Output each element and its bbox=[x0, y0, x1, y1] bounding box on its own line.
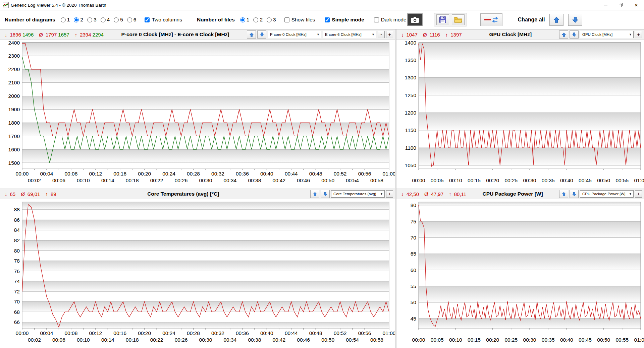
dark-mode-checkbox-input[interactable] bbox=[374, 17, 379, 22]
diagram-count-option-2-input[interactable] bbox=[74, 17, 79, 22]
stat-avg-icon: Ø bbox=[424, 191, 428, 197]
chart-stat-max: ↑1397 bbox=[445, 32, 462, 38]
chart-header-controls: GPU Clock [MHz]▼+ bbox=[559, 30, 642, 39]
chart-plot[interactable]: 807570656055504500:0000:0500:1000:1500:2… bbox=[396, 199, 644, 348]
chart-up-button[interactable] bbox=[559, 30, 568, 39]
chart-stat-avg: Ø17971657 bbox=[39, 32, 69, 38]
svg-text:00:04: 00:04 bbox=[40, 330, 53, 336]
chart-plot[interactable]: 2400230022002100200019001800170016001500… bbox=[0, 40, 395, 189]
two-columns-checkbox-input[interactable] bbox=[145, 17, 150, 22]
chart-plot[interactable]: 1400135013001250120011501100105000:0000:… bbox=[396, 40, 644, 189]
arrow-up-icon bbox=[553, 16, 560, 23]
svg-text:00:20: 00:20 bbox=[486, 178, 499, 183]
minimize-button[interactable] bbox=[598, 0, 613, 10]
change-all-down-button[interactable] bbox=[568, 14, 582, 26]
svg-text:00:22: 00:22 bbox=[150, 337, 163, 343]
save-floppy-icon bbox=[439, 16, 446, 23]
file-count-option-2-input[interactable] bbox=[253, 17, 258, 22]
chart-stats: ↓16961496Ø17971657↑23942294 bbox=[5, 32, 104, 38]
chart-add-series-button[interactable]: + bbox=[386, 190, 393, 198]
chart-add-series-button[interactable]: + bbox=[635, 190, 642, 198]
two-columns-label: Two columns bbox=[152, 17, 182, 23]
show-files-checkbox[interactable]: Show files bbox=[285, 17, 315, 23]
diagram-count-option-2[interactable]: 2 bbox=[74, 17, 83, 23]
chart-signal-select[interactable]: GPU Clock [MHz]▼ bbox=[580, 31, 634, 38]
files-count-label: Number of files bbox=[197, 17, 235, 23]
chart-up-button[interactable] bbox=[247, 30, 256, 39]
svg-text:00:32: 00:32 bbox=[211, 330, 224, 336]
chart-add-series-button[interactable]: + bbox=[386, 31, 393, 38]
diagram-count-option-3-input[interactable] bbox=[87, 17, 92, 22]
svg-text:00:24: 00:24 bbox=[162, 330, 175, 336]
chart-signal-select[interactable]: P-core 0 Clock [MHz]▼ bbox=[268, 31, 321, 38]
svg-text:00:02: 00:02 bbox=[28, 337, 41, 343]
arrow-down-icon bbox=[572, 16, 579, 23]
chart-signal-select[interactable]: CPU Package Power [W]▼ bbox=[580, 190, 634, 198]
file-count-option-3-input[interactable] bbox=[267, 17, 272, 22]
svg-text:1200: 1200 bbox=[405, 110, 417, 116]
chart-signal-select[interactable]: Core Temperatures (avg)▼ bbox=[331, 190, 385, 198]
chart-down-button[interactable] bbox=[570, 190, 579, 198]
diagram-count-option-6-input[interactable] bbox=[127, 17, 132, 22]
diagram-count-option-6[interactable]: 6 bbox=[127, 17, 137, 23]
file-count-option-2-label: 2 bbox=[260, 17, 263, 23]
svg-text:00:44: 00:44 bbox=[285, 171, 298, 177]
svg-text:00:52: 00:52 bbox=[334, 330, 347, 336]
arrow-up-icon bbox=[313, 192, 317, 197]
stat-min-icon: ↓ bbox=[5, 191, 7, 197]
stat-avg-icon: Ø bbox=[39, 32, 43, 38]
arrow-up-icon bbox=[561, 192, 566, 197]
file-count-option-3[interactable]: 3 bbox=[267, 17, 276, 23]
line-style-refresh-button[interactable] bbox=[480, 13, 502, 26]
arrow-down-icon bbox=[260, 32, 264, 37]
show-files-checkbox-input[interactable] bbox=[284, 17, 289, 22]
chart-up-button[interactable] bbox=[559, 190, 568, 198]
simple-mode-checkbox[interactable]: Simple mode bbox=[325, 17, 364, 23]
svg-text:1700: 1700 bbox=[8, 133, 20, 139]
chart-remove-series-button[interactable]: - bbox=[378, 31, 385, 38]
chart-plot[interactable]: 88868482807876747270686600:0000:0200:040… bbox=[0, 199, 395, 348]
file-count-option-1[interactable]: 1 bbox=[240, 17, 250, 23]
diagram-count-option-1[interactable]: 1 bbox=[61, 17, 70, 23]
stat-max-value: 1397 bbox=[450, 32, 462, 38]
simple-mode-checkbox-input[interactable] bbox=[325, 17, 330, 22]
simple-mode-label: Simple mode bbox=[332, 17, 364, 23]
change-all-up-button[interactable] bbox=[549, 14, 564, 26]
two-columns-checkbox[interactable]: Two columns bbox=[145, 17, 182, 23]
file-count-option-1-input[interactable] bbox=[240, 17, 245, 22]
screenshot-button[interactable] bbox=[407, 13, 423, 26]
close-button[interactable]: ✕ bbox=[629, 0, 644, 10]
chart-down-button[interactable] bbox=[321, 190, 330, 198]
diagram-count-option-4[interactable]: 4 bbox=[101, 17, 110, 23]
chart-panel-pcore-ecore-clock: ↓16961496Ø17971657↑23942294 P-core 0 Clo… bbox=[0, 29, 395, 189]
diagram-count-option-5[interactable]: 5 bbox=[114, 17, 123, 23]
diagram-count-option-5-input[interactable] bbox=[114, 17, 119, 22]
svg-text:00:36: 00:36 bbox=[236, 171, 249, 177]
svg-text:66: 66 bbox=[14, 319, 20, 325]
maximize-button[interactable] bbox=[613, 0, 629, 10]
chart-signal-select[interactable]: E-core 6 Clock [MHz]▼ bbox=[323, 31, 376, 38]
stat-min-value: 1047 bbox=[407, 32, 418, 38]
chart-up-button[interactable] bbox=[310, 190, 319, 198]
save-button[interactable] bbox=[436, 14, 449, 25]
chart-add-series-button[interactable]: + bbox=[635, 31, 642, 38]
stat-min-icon: ↓ bbox=[5, 32, 7, 38]
stat-max-value: 89 bbox=[51, 191, 56, 197]
chart-stats: ↓65Ø69,01↑89 bbox=[5, 191, 56, 197]
chart-title: Core Temperatures (avg) [°C] bbox=[59, 191, 308, 197]
svg-text:00:20: 00:20 bbox=[486, 337, 499, 343]
chart-svg: 1400135013001250120011501100105000:0000:… bbox=[396, 40, 644, 189]
stat-max-value: 2294 bbox=[93, 32, 104, 38]
window-title: Generic Log Viewer 5.4 - © 2020 Thomas B… bbox=[11, 3, 598, 8]
svg-text:00:10: 00:10 bbox=[77, 337, 90, 343]
stat-max-icon: ↑ bbox=[449, 191, 451, 197]
diagram-count-option-3[interactable]: 3 bbox=[88, 17, 97, 23]
dark-mode-checkbox[interactable]: Dark mode bbox=[374, 17, 407, 23]
file-count-option-2[interactable]: 2 bbox=[254, 17, 263, 23]
chart-down-button[interactable] bbox=[570, 30, 579, 39]
chart-down-button[interactable] bbox=[257, 30, 266, 39]
open-folder-button[interactable] bbox=[452, 14, 465, 25]
chart-title: P-core 0 Clock [MHz] - E-core 6 Clock [M… bbox=[106, 31, 244, 38]
diagram-count-option-1-input[interactable] bbox=[61, 17, 66, 22]
diagram-count-option-4-input[interactable] bbox=[101, 17, 106, 22]
